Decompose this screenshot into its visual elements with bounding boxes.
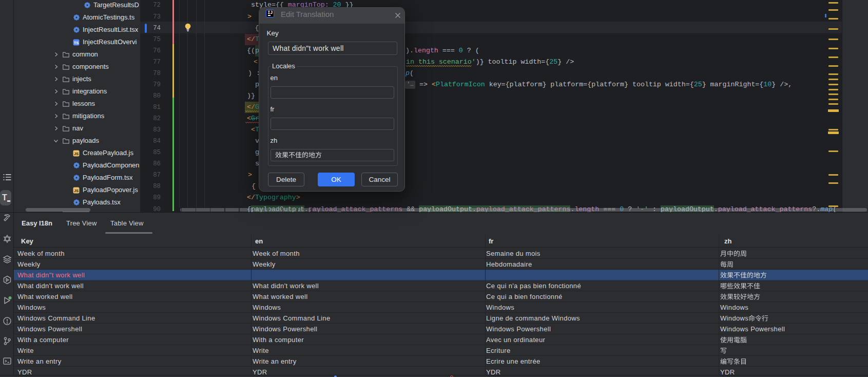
svg-text:JS: JS [74, 188, 79, 193]
svg-text:JS: JS [74, 151, 79, 156]
svg-text:TS: TS [74, 40, 79, 45]
